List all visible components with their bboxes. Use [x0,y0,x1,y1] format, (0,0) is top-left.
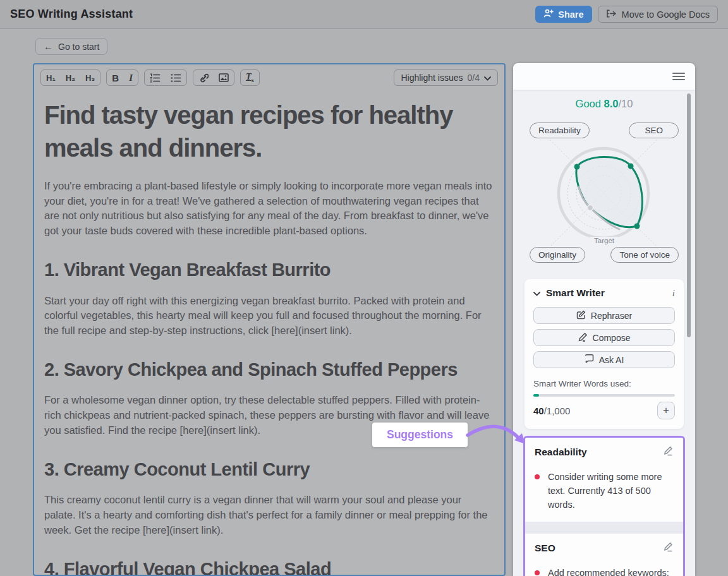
section-heading[interactable]: 3. Creamy Coconut Lentil Curry [44,457,480,482]
ordered-list-button[interactable] [145,70,166,85]
edit-pencil-icon[interactable] [662,542,674,555]
words-used-count: 40/1,000 [533,405,570,416]
suggestion-item: Consider writing some more text. Current… [535,471,674,512]
info-icon[interactable]: i [672,288,675,299]
document-title[interactable]: Find tasty vegan recipes for healthy mea… [44,99,455,164]
ordered-list-icon [150,73,161,83]
smart-writer-title: Smart Writer [546,287,605,299]
edit-pencil-icon[interactable] [662,446,674,459]
heading-buttons-group: H₁ H₂ H₃ [40,69,100,86]
section-heading[interactable]: 2. Savory Chickpea and Spinach Stuffed P… [44,357,480,382]
link-icon [198,73,209,83]
readability-card-title: Readability [535,447,587,458]
clear-format-group: Tx [240,69,260,86]
sidebar-header [513,63,695,90]
topbar-actions: Share Move to Google Docs [535,6,718,23]
overall-score: Good 8.0/10 [513,98,695,110]
axis-readability-pill[interactable]: Readability [530,123,590,138]
h1-button[interactable]: H₁ [41,70,61,85]
rephraser-button[interactable]: Rephraser [533,307,675,324]
section-body[interactable]: This creamy coconut lentil curry is a ve… [44,493,495,537]
clear-formatting-icon: Tx [246,72,254,83]
words-used-progressbar [533,394,675,397]
score-radar-chart [513,139,695,248]
axis-originality-pill[interactable]: Originality [530,247,585,263]
text-style-group: B I [106,69,138,86]
insert-group [193,69,234,86]
smart-writer-card: Smart Writer i Rephraser Compose Ask AI … [525,279,684,429]
chevron-down-icon [484,73,491,83]
bold-button[interactable]: B [107,70,124,85]
export-icon [606,9,617,20]
card-divider [525,522,683,534]
words-used-label: Smart Writer Words used: [533,379,675,388]
alert-dot-icon [535,474,540,479]
list-buttons-group [144,69,187,86]
share-button[interactable]: Share [535,6,592,23]
back-arrow-icon: ← [44,42,53,51]
h3-button[interactable]: H₃ [80,70,100,85]
words-used-progress-fill [533,394,539,397]
compose-button[interactable]: Compose [533,329,675,346]
suggestion-item: Add recommended keywords: [535,567,674,576]
image-icon [219,73,229,82]
document-intro[interactable]: If you're embracing a plant-based lifest… [44,179,495,238]
menu-icon[interactable] [672,71,685,82]
bullet-list-button[interactable] [166,70,186,85]
compose-pen-icon [578,332,588,344]
alert-dot-icon [535,570,540,575]
clear-formatting-button[interactable]: Tx [241,70,259,85]
editor-panel: H₁ H₂ H₃ B I [33,63,506,576]
highlight-issues-dropdown[interactable]: Highlight issues 0/4 [394,69,498,86]
go-to-start-button[interactable]: ← Go to start [35,38,107,55]
axis-tone-of-voice-pill[interactable]: Tone of voice [610,247,679,263]
issues-count: 0/4 [468,73,480,83]
top-bar: SEO Writing Assistant Share Move to Goog… [0,0,728,29]
callout-arrow-icon [465,419,528,452]
link-button[interactable] [193,70,214,85]
image-button[interactable] [214,70,234,85]
add-user-icon [543,9,554,20]
assistant-sidebar: Good 8.0/10 Readability SEO Target Origi… [513,63,695,576]
editor-document[interactable]: Find tasty vegan recipes for healthy mea… [34,90,504,576]
section-heading[interactable]: 1. Vibrant Vegan Breakfast Burrito [44,258,480,282]
suggestions-highlight-box: Readability Consider writing some more t… [523,436,685,576]
seo-card-title: SEO [535,543,555,554]
bullet-list-icon [171,73,181,83]
suggestions-callout: Suggestions [372,423,468,447]
radar-target-label: Target [590,237,618,244]
section-body[interactable]: Start your day off right with this energ… [44,294,495,339]
chevron-down-icon[interactable] [533,287,540,299]
editor-toolbar: H₁ H₂ H₃ B I [34,64,504,90]
section-heading[interactable]: 4. Flavorful Vegan Chickpea Salad [44,557,480,576]
rephrase-pencil-icon [576,310,586,321]
readability-suggestions-card: Readability Consider writing some more t… [525,438,683,522]
axis-seo-pill[interactable]: SEO [629,123,679,138]
page-title: SEO Writing Assistant [10,8,133,21]
italic-button[interactable]: I [124,70,138,85]
seo-suggestions-card: SEO Add recommended keywords: [525,534,683,576]
add-words-button[interactable]: + [657,402,675,419]
ask-ai-button[interactable]: Ask AI [533,351,675,368]
move-to-google-docs-button[interactable]: Move to Google Docs [598,6,718,23]
chat-bubble-icon [585,354,594,365]
h2-button[interactable]: H₂ [61,70,80,85]
